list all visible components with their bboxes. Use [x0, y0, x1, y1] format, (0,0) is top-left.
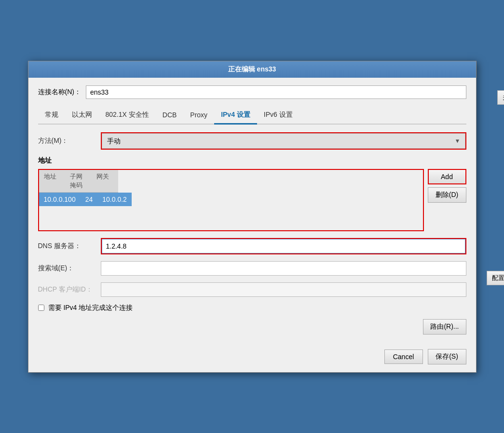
address-area: 地址 子网掩码 网关 10.0.0.100 24 10.0.0.2 Add 删除…	[38, 169, 466, 231]
ipv4-required-label: 需要 IPv4 地址完成这个连接	[48, 304, 133, 312]
cancel-button[interactable]: Cancel	[384, 349, 423, 364]
ipv4-required-row: 需要 IPv4 地址完成这个连接	[38, 304, 466, 312]
add-button[interactable]: Add	[428, 169, 466, 184]
dialog-titlebar: 正在编辑 ens33	[28, 61, 476, 78]
cell-gateway: 10.0.0.2	[97, 193, 132, 206]
header-gateway: 网关	[92, 170, 118, 192]
connection-name-label: 连接名称(N)：	[38, 88, 81, 97]
dhcp-input[interactable]	[101, 282, 466, 297]
save-button[interactable]: 保存(S)	[428, 349, 466, 364]
method-select-wrapper: 手动	[101, 132, 466, 150]
ipv4-required-checkbox[interactable]	[38, 305, 44, 311]
table-header: 地址 子网掩码 网关	[39, 170, 118, 193]
connection-name-input[interactable]	[86, 85, 466, 99]
address-buttons: Add 删除(D)	[428, 169, 466, 203]
address-table-container: 地址 子网掩码 网关 10.0.0.100 24 10.0.0.2	[38, 169, 424, 231]
route-btn-row: 路由(R)...	[38, 319, 466, 335]
header-subnet: 子网掩码	[65, 170, 92, 192]
table-row[interactable]: 10.0.0.100 24 10.0.0.2	[39, 193, 132, 206]
footer-row: Cancel 保存(S)	[38, 341, 466, 364]
tab-ipv4[interactable]: IPv4 设置	[214, 107, 257, 125]
tab-dcb[interactable]: DCB	[156, 107, 184, 124]
config-button[interactable]: 配置(O)...	[487, 271, 504, 285]
method-select[interactable]: 手动	[102, 133, 465, 149]
cell-address: 10.0.0.100	[39, 193, 81, 206]
search-domain-label: 搜索域(E)：	[38, 264, 101, 273]
dhcp-label: DHCP 客户端ID：	[38, 285, 101, 294]
tab-ethernet[interactable]: 以太网	[65, 107, 99, 124]
dns-row: DNS 服务器：	[38, 238, 466, 254]
tab-ipv6[interactable]: IPv6 设置	[257, 107, 300, 124]
right-panel: 关闭	[497, 90, 504, 105]
cell-subnet: 24	[81, 193, 98, 206]
method-label: 方法(M)：	[38, 137, 101, 145]
tab-general[interactable]: 常规	[38, 107, 65, 124]
tab-proxy[interactable]: Proxy	[183, 107, 214, 124]
address-section: 地址 地址 子网掩码 网关 10.0.0.100 24 10.0.0.2	[38, 156, 466, 231]
connection-name-row: 连接名称(N)：	[38, 85, 466, 99]
address-section-title: 地址	[38, 156, 466, 165]
dns-input-wrapper	[101, 238, 466, 254]
search-domain-input[interactable]	[101, 261, 466, 276]
delete-button[interactable]: 删除(D)	[428, 187, 466, 203]
dialog-body: 连接名称(N)： 常规 以太网 802.1X 安全性 DCB Proxy IPv…	[28, 78, 476, 372]
header-address: 地址	[39, 170, 66, 192]
method-row: 方法(M)： 手动	[38, 132, 466, 150]
tab-security[interactable]: 802.1X 安全性	[99, 107, 156, 124]
dns-label: DNS 服务器：	[38, 242, 101, 251]
dhcp-row: DHCP 客户端ID：	[38, 282, 466, 297]
close-button[interactable]: 关闭	[497, 90, 504, 105]
tabs-bar: 常规 以太网 802.1X 安全性 DCB Proxy IPv4 设置 IPv6…	[38, 107, 466, 125]
search-domain-row: 搜索域(E)：	[38, 261, 466, 276]
dns-input[interactable]	[102, 239, 465, 253]
right-panel-config: 配置(O)...	[487, 271, 504, 285]
route-button[interactable]: 路由(R)...	[423, 319, 466, 335]
